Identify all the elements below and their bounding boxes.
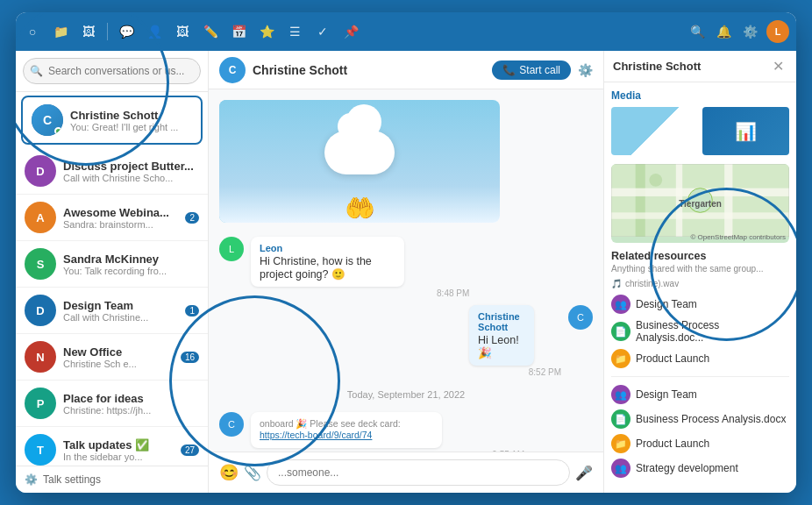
msg-text: Hi Leon! 🎉 [478,334,519,359]
conv-preview: Christine Sch e... [63,359,174,369]
conv-item-ideas[interactable]: P Place for ideas Christine: https://jh.… [16,381,208,427]
settings-footer-icon: ⚙️ [25,473,38,486]
conv-info-ideas: Place for ideas Christine: https://jh... [63,392,199,416]
list-nav-icon[interactable]: ☰ [285,22,304,41]
chat-settings-button[interactable]: ⚙️ [578,63,593,77]
msg-avatar-leon: L [219,237,244,261]
star-nav-icon[interactable]: ⭐ [257,22,276,41]
close-panel-button[interactable]: ✕ [769,58,787,75]
image-icon[interactable]: 🖼 [79,22,98,41]
message-image-row: 🤲 [219,100,593,226]
conv-avatar-talkupdates: T [25,434,56,466]
emoji-icon[interactable]: 😊 [219,463,239,482]
conv-name: Design Team [63,299,178,312]
conv-item-newoffice[interactable]: N New Office Christine Sch e... 16 [16,334,208,381]
search-input[interactable] [23,58,201,84]
nav-icons: 💬 👤 🖼 ✏️ 📅 ⭐ ☰ ✓ 📌 [117,22,360,41]
right-panel-header: Christine Schott ✕ [604,51,796,82]
map-label: Tiergarten [679,199,722,209]
media-thumb-cloud[interactable] [611,107,699,155]
doc-icon: 📄 [611,322,630,341]
related-resources-section: Related resources Anything shared with t… [611,250,789,480]
msg-text: Hi Christine, how is the project going? … [260,255,372,281]
mic-icon[interactable]: 🎤 [575,465,593,481]
calendar-nav-icon[interactable]: 📅 [229,22,248,41]
related-item-label: Design Team [636,298,697,310]
pin-nav-icon[interactable]: 📌 [341,22,360,41]
team-icon2: 👥 [611,385,630,404]
conv-avatar-christine: C [32,104,63,136]
gallery-nav-icon[interactable]: 🖼 [173,22,192,41]
recording-item[interactable]: 🎵 christine).wav [611,279,789,288]
folder-icon[interactable]: 📁 [51,22,70,41]
related-item-label: Strategy development [636,462,738,474]
start-call-label: Start call [519,64,560,76]
right-panel-name: Christine Schott [613,60,701,73]
team-icon3: 👥 [611,459,630,478]
search-top-icon[interactable]: 🔍 [687,22,707,41]
related-resources-subtitle: Anything shared with the same group... [611,264,789,274]
media-grid: 📊 [611,107,789,155]
conv-avatar-ideas: P [25,388,56,419]
media-section-title: Media [611,89,789,102]
related-item-label: Business Process Analysis.doc... [636,319,789,344]
related-item-label: Design Team [636,388,697,401]
message-bubble-own: Christine Schott Hi Leon! 🎉 [469,305,533,366]
attach-icon[interactable]: 📎 [244,465,261,481]
recording-label: christine).wav [625,279,679,288]
bell-icon[interactable]: 🔔 [714,22,733,41]
nextcloud-icon[interactable]: ○ [23,22,42,41]
media-thumb-chart[interactable]: 📊 [702,107,790,155]
sidebar-footer[interactable]: ⚙️ Talk settings [16,466,208,493]
conv-badge: 16 [181,352,199,363]
user-avatar[interactable]: L [766,20,789,43]
related-item-launch2[interactable]: 📁 Product Launch [611,431,789,456]
conv-item-sandra[interactable]: S Sandra McKinney You: Talk recording fr… [16,241,208,288]
msg-text: onboard 🎉 Please see deck card: https://… [260,418,433,440]
msg-avatar-c2: C [219,412,244,437]
conv-info-webinar: Awesome Webina... Sandra: brainstorm... [63,206,178,230]
conv-item-christine[interactable]: C Christine Schott You: Great! I'll get … [21,96,203,145]
conv-name: Awesome Webina... [63,206,178,219]
related-item-launch[interactable]: 📁 Product Launch [611,346,789,371]
check-nav-icon[interactable]: ✓ [313,22,332,41]
related-item-label: Business Process Analysis.docx [636,413,786,425]
app-icons: ○ 📁 🖼 [23,22,98,41]
settings-icon[interactable]: ⚙️ [740,22,759,41]
conv-badge: 2 [185,212,199,224]
online-indicator [54,127,62,135]
conv-name: Discuss project Butter... [63,160,199,173]
related-item-strategy[interactable]: 👥 Strategy development [611,456,789,480]
edit-nav-icon[interactable]: ✏️ [201,22,220,41]
top-bar: ○ 📁 🖼 💬 👤 🖼 ✏️ 📅 ⭐ ☰ ✓ 📌 🔍 🔔 ⚙️ L [16,12,796,51]
message-bubble-onboard: onboard 🎉 Please see deck card: https://… [251,412,442,448]
conv-item-talkupdates[interactable]: T Talk updates ✅ In the sidebar yo... 27 [16,427,208,466]
conv-info-butter: Discuss project Butter... Call with Chri… [63,160,199,183]
contacts-nav-icon[interactable]: 👤 [145,22,164,41]
chat-nav-icon[interactable]: 💬 [117,22,136,41]
conv-item-webinar[interactable]: A Awesome Webina... Sandra: brainstorm..… [16,195,208,241]
chat-input[interactable] [267,459,570,486]
conversation-list: C Christine Schott You: Great! I'll get … [16,92,208,466]
related-item-bpa[interactable]: 📄 Business Process Analysis.doc... [611,317,789,346]
conv-preview: Call with Christine Scho... [63,173,199,183]
folder-icon-rel2: 📁 [611,434,630,453]
conv-item-design[interactable]: D Design Team Call with Christine... 1 [16,288,208,334]
related-item-design[interactable]: 👥 Design Team [611,292,789,317]
search-icon: 🔍 [30,65,43,77]
map-thumbnail[interactable]: Tiergarten © OpenStreetMap contributors [611,164,789,243]
team-icon: 👥 [611,295,630,314]
conv-preview: Call with Christine... [63,312,178,323]
conv-name: Sandra McKinney [63,252,199,266]
conv-item-butter[interactable]: D Discuss project Butter... Call with Ch… [16,148,208,195]
related-item-bpa2[interactable]: 📄 Business Process Analysis.docx [611,407,789,431]
conv-preview: You: Great! I'll get right ... [70,122,192,132]
date-separator: Today, September 21, 2022 [219,384,593,405]
message-row-onboard1: C onboard 🎉 Please see deck card: https:… [219,412,593,452]
top-bar-right: 🔍 🔔 ⚙️ L [687,20,789,43]
start-call-button[interactable]: 📞 Start call [492,60,571,80]
conv-name: New Office [63,345,174,359]
deck-link[interactable]: https://tech-board/9/card/74 [260,430,372,440]
chat-header-avatar: C [219,57,246,83]
related-item-design2[interactable]: 👥 Design Team [611,382,789,407]
